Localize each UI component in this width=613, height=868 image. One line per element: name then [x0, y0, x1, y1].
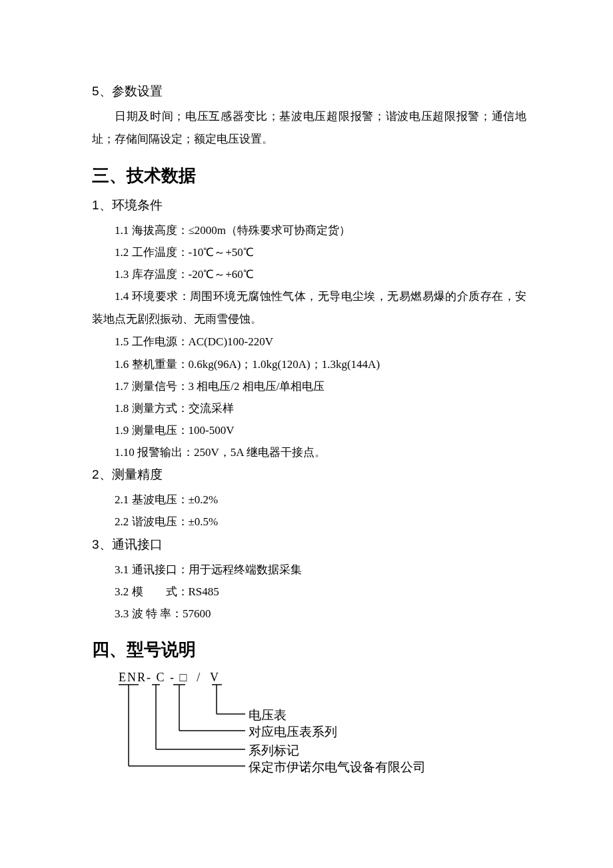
spec-item: 1.5 工作电源：AC(DC)100-220V	[92, 331, 526, 353]
spec-item: 1.2 工作温度：-10℃～+50℃	[92, 241, 526, 263]
section-5-title: 5、参数设置	[92, 83, 526, 100]
spec-item: 2.2 谐波电压：±0.5%	[92, 511, 526, 533]
spec-item: 2.1 基波电压：±0.2%	[92, 489, 526, 511]
diagram-lines-icon	[119, 683, 252, 796]
diagram-label-series-mark: 系列标记	[249, 742, 299, 759]
spec-item: 1.1 海拔高度：≤2000m（特殊要求可协商定货）	[92, 219, 526, 241]
spec-item: 1.9 测量电压：100-500V	[92, 419, 526, 441]
section-3-2-title: 2、测量精度	[92, 466, 526, 483]
spec-item: 1.7 测量信号：3 相电压/2 相电压/单相电压	[92, 375, 526, 397]
model-diagram: ENR- C - □ / V 电压表 对应电压表系列 系列标记 保定市伊诺尔电气…	[119, 671, 526, 784]
spec-item: 3.3 波 特 率：57600	[92, 603, 526, 625]
diagram-label-company: 保定市伊诺尔电气设备有限公司	[249, 759, 426, 776]
spec-item: 3.2 模 式：RS485	[92, 581, 526, 603]
section-3-title: 三、技术数据	[92, 164, 526, 187]
diagram-label-voltage-meter: 电压表	[249, 707, 287, 724]
spec-item: 1.10 报警输出：250V，5A 继电器干接点。	[92, 441, 526, 463]
spec-item: 1.6 整机重量：0.6kg(96A)；1.0kg(120A)；1.3kg(14…	[92, 353, 526, 375]
section-4-title: 四、型号说明	[92, 638, 526, 661]
section-3-1-title: 1、环境条件	[92, 197, 526, 214]
section-3-3-title: 3、通讯接口	[92, 536, 526, 553]
diagram-label-series-match: 对应电压表系列	[249, 723, 337, 741]
document-page: 5、参数设置 日期及时间；电压互感器变比；基波电压超限报警；谐波电压超限报警；通…	[0, 0, 613, 868]
spec-para-14: 1.4 环境要求：周围环境无腐蚀性气体，无导电尘埃，无易燃易爆的介质存在，安装地…	[92, 285, 526, 331]
spec-item: 1.3 库存温度：-20℃～+60℃	[92, 263, 526, 285]
section-5-para: 日期及时间；电压互感器变比；基波电压超限报警；谐波电压超限报警；通信地址；存储间…	[92, 105, 526, 151]
spec-item: 1.8 测量方式：交流采样	[92, 397, 526, 419]
spec-item: 3.1 通讯接口：用于远程终端数据采集	[92, 559, 526, 581]
